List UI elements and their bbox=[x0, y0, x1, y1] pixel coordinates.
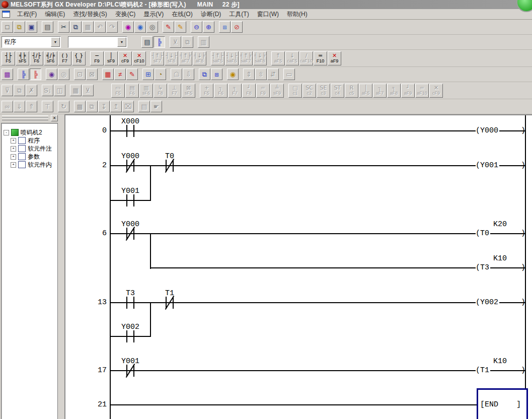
closed-contact[interactable] bbox=[165, 160, 174, 172]
menu-tools[interactable]: 工具(T) bbox=[225, 9, 253, 20]
sfc-divergence-line-button[interactable]: ┐aF7 bbox=[373, 84, 387, 98]
project-data-list-button[interactable]: ⧈ bbox=[219, 21, 231, 33]
sfc-vertical-line-button[interactable]: ╧sF9 bbox=[270, 84, 284, 98]
find-string-button[interactable]: ◎ bbox=[146, 21, 158, 33]
sfc-line-delete-button[interactable]: ✕cF9 bbox=[429, 84, 443, 98]
rising-pulse-button[interactable]: ┤↑├sF7 bbox=[150, 51, 164, 65]
timer-coil[interactable]: (T1 bbox=[476, 367, 490, 375]
declaration-edit-button[interactable]: ↻ bbox=[58, 101, 69, 112]
comment-search-button[interactable]: ◉ bbox=[227, 68, 239, 80]
find-next-up-button[interactable]: ⇑ bbox=[26, 101, 37, 112]
rising-pulse-closed-branch-button[interactable]: ╡↑╞saF7 bbox=[239, 51, 253, 65]
closed-contact[interactable] bbox=[126, 365, 135, 377]
print-button[interactable]: ▤ bbox=[42, 21, 53, 33]
closed-contact-button[interactable]: ┤/├F6 bbox=[30, 51, 43, 65]
coil[interactable]: (Y001 bbox=[476, 162, 499, 170]
find-device-button[interactable]: ◉ bbox=[122, 21, 134, 33]
zoom-window-button[interactable]: ⧈ bbox=[211, 68, 222, 80]
data-name-combobox[interactable]: ▼ bbox=[68, 36, 127, 48]
project-data-edit-button[interactable]: ▤ bbox=[141, 36, 153, 48]
delete-horizontal-line-button[interactable]: ✕cF9 bbox=[118, 51, 132, 65]
sfc-macro-step-button[interactable]: ▥sF6 bbox=[139, 84, 153, 98]
sfc-block-split-button[interactable]: ◫ bbox=[54, 85, 65, 96]
transfer-setup-button[interactable]: ⇩ bbox=[183, 68, 194, 80]
sfc-sort-button[interactable]: S↓ bbox=[42, 85, 53, 96]
open-contact[interactable] bbox=[126, 330, 135, 342]
buffer-memory-monitor-button[interactable]: ✎ bbox=[126, 68, 138, 80]
vertical-line-button[interactable]: │sF9 bbox=[104, 51, 118, 65]
monitor-screen-button[interactable]: ▭ bbox=[283, 68, 295, 80]
open-contact[interactable] bbox=[126, 194, 135, 206]
delete-vertical-line-button[interactable]: ✕cF10 bbox=[132, 51, 146, 65]
horizontal-line-button[interactable]: ─F9 bbox=[90, 51, 104, 65]
statement-delete-button[interactable]: ⌧ bbox=[122, 101, 134, 112]
sfc-jump-button[interactable]: ↳F8 bbox=[154, 84, 167, 98]
sfc-step-attribute-button[interactable]: ⊽ bbox=[2, 85, 13, 96]
falling-pulse-button[interactable]: ┤↓├sF8 bbox=[165, 51, 178, 65]
expand-icon[interactable]: + bbox=[11, 146, 16, 152]
closed-contact[interactable] bbox=[165, 297, 174, 309]
combo-dropdown-icon[interactable]: ▼ bbox=[117, 37, 126, 47]
application-instruction-button[interactable]: { }F8 bbox=[72, 51, 86, 65]
sfc-selection-divergence-button[interactable]: ┐F6 bbox=[214, 84, 227, 98]
sfc-step-button[interactable]: ▭F5 bbox=[111, 84, 125, 98]
falling-pulse-branch-button[interactable]: ┤↓├saF6 bbox=[225, 51, 239, 65]
statement-insert-button[interactable]: ↧ bbox=[98, 101, 110, 112]
panel-close-icon[interactable]: ✕ bbox=[51, 115, 58, 121]
menu-diagnostics[interactable]: 诊断(D) bbox=[197, 9, 225, 20]
open-contact[interactable] bbox=[126, 125, 135, 137]
closed-contact[interactable] bbox=[126, 160, 135, 172]
menu-project[interactable]: 工程(F) bbox=[13, 9, 41, 20]
mdi-child-window-icon[interactable] bbox=[2, 11, 10, 18]
coil[interactable]: (Y002 bbox=[476, 299, 499, 307]
rising-pulse-closed-button[interactable]: ╡↑╞aF7 bbox=[179, 51, 192, 65]
sfc-end-step-button[interactable]: ⊥F7 bbox=[168, 84, 181, 98]
expand-icon[interactable]: + bbox=[11, 138, 16, 144]
label-program-button[interactable]: ⊻ bbox=[170, 36, 181, 48]
expand-icon[interactable]: + bbox=[11, 162, 16, 168]
undo-button[interactable]: ↶ bbox=[94, 21, 106, 33]
timer-coil[interactable]: (T3 bbox=[476, 264, 490, 272]
sfc-transition-button[interactable]: +F5 bbox=[200, 84, 213, 98]
menu-find-replace[interactable]: 查找/替换(S) bbox=[69, 9, 111, 20]
parameter-check-button[interactable]: ✎ bbox=[175, 21, 186, 33]
menu-window[interactable]: 窗口(W) bbox=[253, 9, 283, 20]
menu-online[interactable]: 在线(O) bbox=[168, 9, 196, 20]
sfc-step-down-button[interactable]: ⊻ bbox=[82, 85, 94, 96]
find-contact-coil-button[interactable]: ∞ bbox=[2, 101, 13, 112]
online-change-button[interactable]: ☖ bbox=[171, 68, 182, 80]
coil-button[interactable]: ( )F7 bbox=[58, 51, 71, 65]
ladder-editor[interactable]: 0 X000 (Y000 ) 2 Y000 T0 Y001 (Y001 ) 6 … bbox=[64, 114, 532, 419]
sfc-simultaneous-line-button[interactable]: ╕aF8 bbox=[387, 84, 401, 98]
monitor-condition-button[interactable]: ⊞ bbox=[142, 68, 154, 80]
tree-item-program[interactable]: + 程序 bbox=[2, 136, 57, 145]
rising-pulse-branch-button[interactable]: ┤↑├saF5 bbox=[211, 51, 224, 65]
redo-button[interactable]: ↷ bbox=[106, 21, 118, 33]
device-test-button[interactable]: ▦ bbox=[102, 68, 114, 80]
test-step-down-button[interactable]: ⇵ bbox=[267, 68, 279, 80]
menu-view[interactable]: 显示(V) bbox=[139, 9, 168, 20]
sfc-r-attribute-button[interactable]: Rc5 bbox=[345, 84, 358, 98]
new-project-button[interactable]: □ bbox=[2, 21, 13, 33]
sfc-error-button[interactable]: ✗ bbox=[26, 85, 37, 96]
device-label-button[interactable]: ⧉ bbox=[182, 36, 193, 48]
sfc-simultaneous-convergence-button[interactable]: ═F9 bbox=[256, 84, 270, 98]
tree-item-device-memory[interactable]: + 软元件内 bbox=[2, 161, 57, 169]
program-check-button[interactable]: ✎ bbox=[163, 21, 174, 33]
cut-button[interactable]: ✂ bbox=[58, 21, 69, 33]
sfc-block-display-button[interactable]: ▦ bbox=[70, 85, 82, 96]
copy-button[interactable]: ⧉ bbox=[70, 21, 82, 33]
sfc-st-attribute-button[interactable]: STc4 bbox=[331, 84, 344, 98]
open-project-button[interactable]: ⧉ bbox=[14, 21, 25, 33]
macro-button[interactable]: ▥ bbox=[198, 36, 209, 48]
pulse-result-button[interactable]: ↓caF5 bbox=[285, 51, 299, 65]
open-contact[interactable] bbox=[126, 297, 135, 309]
sfc-double-line-button[interactable]: ═aF10 bbox=[415, 84, 429, 98]
sfc-block-list-button[interactable]: ⧉ bbox=[14, 85, 25, 96]
zoom-in-button[interactable]: ⊕ bbox=[203, 21, 214, 33]
sfc-se-attribute-button[interactable]: SEc3 bbox=[317, 84, 330, 98]
comment-display-button[interactable]: ▩ bbox=[2, 68, 13, 80]
falling-pulse-closed-button[interactable]: ╡↓╞aF8 bbox=[193, 51, 206, 65]
sfc-convergence-line-button[interactable]: ┘aF9 bbox=[401, 84, 415, 98]
find-next-down-button[interactable]: ⇓ bbox=[14, 101, 25, 112]
